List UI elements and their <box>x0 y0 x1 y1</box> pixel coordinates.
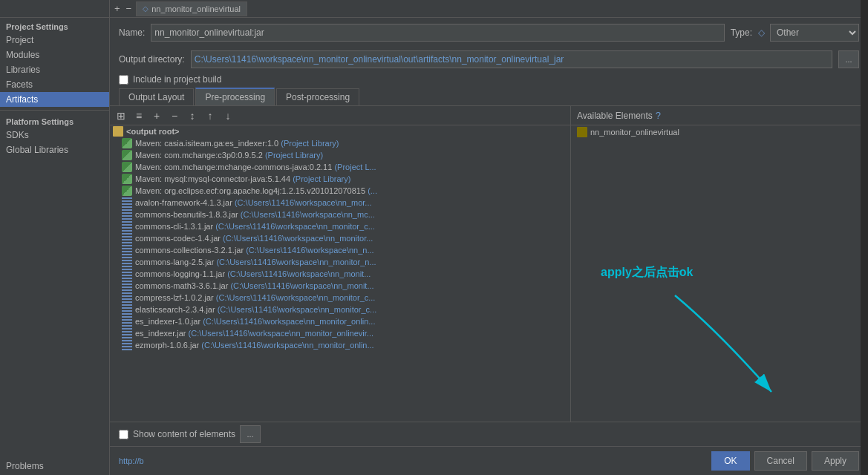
maven-icon <box>122 138 132 148</box>
remove-element-btn[interactable]: − <box>166 108 183 123</box>
sidebar-items: Project Settings Project Modules Librari… <box>0 18 109 475</box>
list-item[interactable]: commons-beanutils-1.8.3.jar (C:\Users\11… <box>110 209 570 220</box>
list-item[interactable]: Maven: mysql:mysql-connector-java:5.1.44… <box>110 173 570 185</box>
output-dir-row: Output directory: ... <box>110 48 868 71</box>
jar-icon <box>122 269 132 279</box>
list-item[interactable]: ezmorph-1.0.6.jar (C:\Users\11416\worksp… <box>110 339 570 351</box>
remove-artifact-btn[interactable]: − <box>125 4 134 13</box>
jar-icon <box>122 328 132 338</box>
show-content-label: Show content of elements <box>133 429 235 439</box>
maven-text-1: Maven: casia.isiteam.ga:es_indexer:1.0 (… <box>135 139 339 148</box>
show-content-browse-btn[interactable]: ... <box>240 425 261 443</box>
panels-row: ⊞ ≡ + − ↕ ↑ ↓ <output root> <box>110 106 868 422</box>
bottom-row: Show content of elements ... <box>110 422 868 446</box>
type-label: Type: <box>731 27 752 38</box>
jar-icon <box>122 292 132 303</box>
sidebar-item-problems[interactable]: Problems <box>0 457 109 475</box>
type-section: Type: ◇ Other <box>731 24 859 42</box>
type-diamond-icon: ◇ <box>755 27 767 39</box>
annotation-arrow-svg <box>660 288 809 407</box>
top-toolbar: + − ◇ nn_monitor_onlinevirtual <box>110 0 868 18</box>
artifact-tab-label: nn_monitor_onlinevirtual <box>151 4 241 13</box>
ok-button[interactable]: OK <box>711 451 749 471</box>
tree-list: <output root> Maven: casia.isiteam.ga:es… <box>110 125 570 422</box>
sidebar-item-facets[interactable]: Facets <box>0 77 109 92</box>
list-item[interactable]: Maven: com.mchange:c3p0:0.9.5.2 (Project… <box>110 149 570 161</box>
show-structure-btn[interactable]: ⊞ <box>113 108 129 123</box>
sidebar-item-global-libraries[interactable]: Global Libraries <box>0 142 109 157</box>
sidebar-item-libraries[interactable]: Libraries <box>0 62 109 77</box>
url-hint: http://b <box>119 456 707 465</box>
move-up-btn[interactable]: ↑ <box>202 108 218 123</box>
list-item[interactable]: Maven: com.mchange:mchange-commons-java:… <box>110 161 570 173</box>
platform-settings-title: Platform Settings <box>0 114 109 128</box>
maven-icon <box>122 162 132 172</box>
jar-icon <box>122 304 132 315</box>
tab-pre-processing[interactable]: Pre-processing <box>195 88 275 105</box>
jar-icon <box>122 197 132 208</box>
help-icon[interactable]: ? <box>656 110 661 121</box>
list-item[interactable]: commons-codec-1.4.jar (C:\Users\11416\wo… <box>110 232 570 244</box>
right-panel: Available Elements ? nn_monitor_onlinevi… <box>571 106 868 422</box>
jar-icon <box>122 209 132 220</box>
show-content-checkbox[interactable] <box>119 430 128 439</box>
sidebar-divider <box>0 110 109 111</box>
name-row: Name: Type: ◇ Other <box>110 18 868 48</box>
list-item[interactable]: commons-logging-1.1.jar (C:\Users\11416\… <box>110 268 570 280</box>
tab-post-processing[interactable]: Post-processing <box>276 88 359 105</box>
list-item[interactable]: es_indexer.jar (C:\Users\11416\workspace… <box>110 327 570 339</box>
list-item[interactable]: avalon-framework-4.1.3.jar (C:\Users\114… <box>110 197 570 209</box>
list-item[interactable]: commons-math3-3.6.1.jar (C:\Users\11416\… <box>110 280 570 292</box>
list-item[interactable]: commons-lang-2.5.jar (C:\Users\11416\wor… <box>110 256 570 268</box>
tab-output-layout[interactable]: Output Layout <box>119 88 194 105</box>
right-panel-list: nn_monitor_onlinevirtual <box>571 125 868 220</box>
jar-icon <box>122 233 132 243</box>
cancel-button[interactable]: Cancel <box>754 451 807 471</box>
sidebar-item-modules[interactable]: Modules <box>0 48 109 62</box>
output-dir-label: Output directory: <box>119 54 185 65</box>
type-select[interactable]: Other <box>770 24 859 42</box>
artifact-tab[interactable]: ◇ nn_monitor_onlinevirtual <box>136 1 247 16</box>
jar-icon <box>122 281 132 291</box>
right-panel-item-label: nn_monitor_onlinevirtual <box>590 128 679 137</box>
dialog-area: Name: Type: ◇ Other Output directory: ..… <box>110 18 868 475</box>
maven-icon <box>122 186 132 196</box>
sort-btn[interactable]: ↕ <box>184 108 200 123</box>
include-checkbox[interactable] <box>119 75 128 85</box>
main-content: + − ◇ nn_monitor_onlinevirtual Name: Typ… <box>110 0 868 475</box>
tree-item-root[interactable]: <output root> <box>110 125 570 137</box>
sidebar-item-sdks[interactable]: SDKs <box>0 128 109 142</box>
apply-button[interactable]: Apply <box>812 451 859 471</box>
move-down-btn[interactable]: ↓ <box>220 108 236 123</box>
list-item[interactable]: Maven: org.eclipse.ecf:org.apache.log4j:… <box>110 185 570 197</box>
name-input[interactable] <box>151 24 724 42</box>
maven-icon <box>122 174 132 184</box>
list-view-btn[interactable]: ≡ <box>131 108 147 123</box>
sidebar-toolbar <box>0 0 109 18</box>
bottom-buttons-area: http://b OK Cancel Apply <box>110 446 868 475</box>
jar-icon <box>122 221 132 232</box>
include-label: Include in project build <box>133 74 221 85</box>
project-settings-title: Project Settings <box>0 18 109 33</box>
jar-icon <box>122 257 132 267</box>
output-dir-input[interactable] <box>191 50 832 68</box>
list-item[interactable]: es_indexer-1.0.jar (C:\Users\11416\works… <box>110 315 570 327</box>
list-item[interactable]: compress-lzf-1.0.2.jar (C:\Users\11416\w… <box>110 292 570 304</box>
sidebar-item-artifacts[interactable]: Artifacts <box>0 92 109 107</box>
list-item[interactable]: elasticsearch-2.3.4.jar (C:\Users\11416\… <box>110 304 570 315</box>
jar-icon <box>122 316 132 327</box>
right-scrollbar <box>861 0 868 475</box>
left-panel: ⊞ ≡ + − ↕ ↑ ↓ <output root> <box>110 106 571 422</box>
folder-icon <box>113 126 123 137</box>
browse-output-dir-btn[interactable]: ... <box>838 50 859 68</box>
list-item[interactable]: commons-cli-1.3.1.jar (C:\Users\11416\wo… <box>110 220 570 232</box>
list-item[interactable]: Maven: casia.isiteam.ga:es_indexer:1.0 (… <box>110 137 570 149</box>
sidebar-item-project[interactable]: Project <box>0 33 109 48</box>
panel-toolbar: ⊞ ≡ + − ↕ ↑ ↓ <box>110 106 570 125</box>
add-artifact-btn[interactable]: + <box>113 4 122 13</box>
available-elements-title: Available Elements <box>577 111 653 121</box>
jar-icon <box>122 340 132 350</box>
list-item[interactable]: commons-collections-3.2.1.jar (C:\Users\… <box>110 244 570 256</box>
add-element-btn[interactable]: + <box>149 108 165 123</box>
list-item[interactable]: nn_monitor_onlinevirtual <box>571 125 868 139</box>
